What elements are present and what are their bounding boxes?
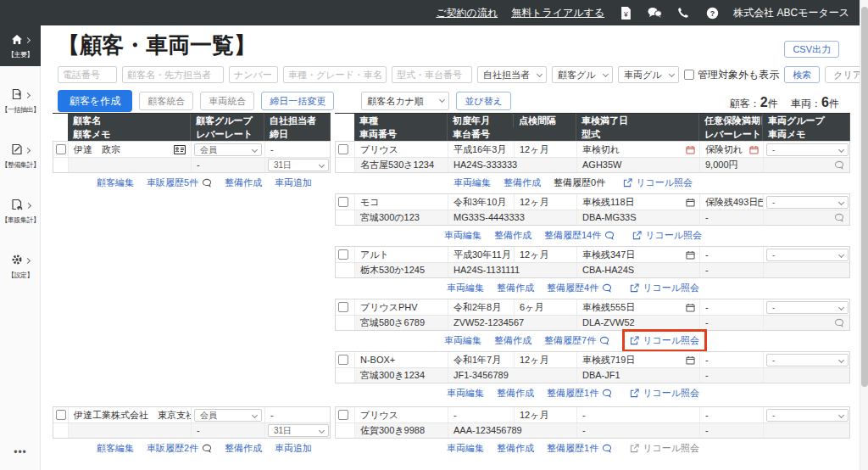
vehicle-checkbox[interactable] — [338, 410, 348, 420]
vehicle-checkbox[interactable] — [338, 144, 348, 154]
recall-inquiry-link[interactable]: リコール照会 — [645, 229, 702, 242]
search-button[interactable]: 検索 — [784, 66, 820, 83]
create-customer-button[interactable]: 顧客を作成 — [58, 90, 132, 112]
sidebar-item-sales-summary[interactable]: 【車販集計】 — [0, 191, 41, 232]
invoice-icon[interactable]: ¥ — [618, 5, 633, 20]
maintenance-history-link[interactable]: 整備履歴14件 — [544, 229, 601, 242]
closing-day-select[interactable]: 31日 — [268, 159, 329, 171]
vehicle-edit-link[interactable]: 車両編集 — [444, 334, 481, 347]
maintenance-history-link[interactable]: 整備履歴4件 — [547, 282, 598, 294]
scrollbar-thumb[interactable] — [861, 7, 868, 387]
help-icon[interactable]: ? — [704, 5, 720, 20]
calendar-icon[interactable] — [749, 145, 759, 154]
vehicle-memo-bubble-icon[interactable] — [834, 318, 844, 327]
recall-inquiry-link[interactable]: リコール照会 — [643, 282, 699, 294]
sort-order-select[interactable]: 顧客名カナ順 — [361, 92, 449, 110]
comment-bubble-icon[interactable] — [202, 178, 212, 187]
free-trial-link[interactable]: 無料トライアルする — [511, 6, 604, 20]
closing-day-select[interactable]: 31日 — [268, 424, 329, 437]
show-unmanaged-checkbox[interactable]: 管理対象外も表示 — [684, 68, 779, 82]
maintenance-create-link[interactable]: 整備作成 — [225, 442, 262, 455]
comment-bubble-icon[interactable] — [202, 444, 212, 453]
customer-edit-link[interactable]: 顧客編集 — [97, 442, 134, 455]
calendar-icon[interactable] — [686, 145, 695, 154]
model-search-input[interactable] — [283, 66, 387, 83]
maintenance-history-link[interactable]: 整備履歴0件 — [554, 176, 605, 189]
customer-edit-link[interactable]: 顧客編集 — [97, 176, 134, 189]
recall-inquiry-link[interactable]: リコール照会 — [636, 176, 693, 189]
phone-icon[interactable] — [676, 5, 691, 20]
maintenance-create-link[interactable]: 整備作成 — [497, 282, 534, 294]
plate-number-search-input[interactable] — [229, 66, 278, 83]
calendar-icon[interactable] — [686, 355, 695, 365]
csv-export-button[interactable]: CSV出力 — [784, 41, 839, 58]
comment-bubble-icon[interactable] — [602, 283, 612, 293]
comment-bubble-icon[interactable] — [604, 231, 615, 240]
vehicle-edit-link[interactable]: 車両編集 — [447, 387, 484, 400]
maintenance-create-link[interactable]: 整備作成 — [497, 442, 534, 455]
vehicle-group-row-select[interactable]: - — [766, 301, 849, 314]
contract-flow-link[interactable]: ご契約の流れ — [436, 6, 498, 20]
comment-bubble-icon[interactable] — [602, 444, 612, 453]
vehicle-edit-link[interactable]: 車両編集 — [444, 229, 481, 242]
calendar-icon[interactable] — [686, 250, 695, 260]
chat-icon[interactable] — [647, 5, 662, 20]
recall-inquiry-link[interactable]: リコール照会 — [643, 387, 699, 400]
vehicle-checkbox[interactable] — [338, 355, 348, 365]
type-chassis-search-input[interactable] — [392, 66, 472, 83]
comment-bubble-icon[interactable] — [602, 389, 612, 398]
vehicle-add-link[interactable]: 車両追加 — [275, 176, 312, 189]
vehicle-group-row-select[interactable]: - — [766, 249, 849, 261]
customer-group-select[interactable]: 顧客グル — [552, 66, 613, 83]
sidebar-item-main[interactable]: 【主要】 — [0, 25, 41, 66]
sidebar-item-maintenance-summary[interactable]: 【整備集計】 — [0, 136, 41, 176]
vehicle-group-row-select[interactable]: - — [766, 354, 849, 366]
recall-inquiry-link[interactable]: リコール照会 — [643, 334, 699, 347]
maintenance-history-link[interactable]: 整備履歴7件 — [544, 334, 596, 347]
calendar-icon[interactable] — [686, 198, 695, 207]
sidebar-more-button[interactable]: ••• — [0, 446, 41, 458]
vehicle-group-row-select[interactable]: - — [766, 196, 849, 209]
customer-name-search-input[interactable] — [122, 66, 224, 83]
calendar-icon[interactable] — [758, 198, 764, 207]
page-scrollbar[interactable] — [860, 0, 868, 470]
merge-customers-button[interactable]: 顧客統合 — [139, 92, 193, 110]
vehicle-checkbox[interactable] — [338, 249, 348, 260]
vehicle-edit-link[interactable]: 車両編集 — [453, 176, 491, 189]
maintenance-create-link[interactable]: 整備作成 — [494, 334, 531, 347]
vehicle-group-row-select[interactable]: - — [766, 409, 849, 422]
sales-history-link[interactable]: 車販履歴5件 — [147, 176, 198, 189]
vehicle-group-select[interactable]: 車両グル — [618, 66, 679, 83]
vehicle-edit-link[interactable]: 車両編集 — [447, 442, 484, 455]
staff-select[interactable]: 自社担当者 — [477, 66, 547, 83]
customer-group-row-select[interactable]: 会員 — [194, 143, 262, 156]
calendar-icon[interactable] — [686, 303, 695, 312]
vehicle-checkbox[interactable] — [338, 197, 348, 207]
sidebar-item-settings[interactable]: 【設定】 — [0, 246, 41, 287]
customer-checkbox[interactable] — [56, 410, 66, 420]
vehicle-add-link[interactable]: 車両追加 — [275, 442, 312, 455]
sidebar-item-bulk-extract[interactable]: 【一括抽出】 — [0, 81, 41, 121]
vehicle-checkbox[interactable] — [338, 302, 348, 312]
vehicle-memo-bubble-icon[interactable] — [834, 213, 844, 222]
closing-day-bulk-change-button[interactable]: 締日一括変更 — [261, 92, 334, 110]
maintenance-create-link[interactable]: 整備作成 — [497, 387, 534, 400]
vehicle-plate-number: 佐賀300き9988 — [355, 423, 448, 438]
maintenance-create-link[interactable]: 整備作成 — [225, 176, 262, 189]
maintenance-history-link[interactable]: 整備履歴1件 — [547, 442, 598, 455]
recall-inquiry-link[interactable]: リコール照会 — [643, 442, 699, 455]
comment-bubble-icon[interactable] — [599, 336, 609, 345]
vehicle-edit-link[interactable]: 車両編集 — [447, 282, 484, 294]
customer-group-row-select[interactable]: 会員 — [194, 409, 262, 422]
maintenance-history-link[interactable]: 整備履歴1件 — [547, 387, 598, 400]
maintenance-create-link[interactable]: 整備作成 — [504, 176, 541, 189]
sales-history-link[interactable]: 車販履歴2件 — [147, 442, 198, 455]
sort-button[interactable]: 並び替え — [456, 92, 511, 110]
customer-checkbox[interactable] — [56, 144, 66, 154]
phone-search-input[interactable] — [58, 66, 117, 83]
maintenance-create-link[interactable]: 整備作成 — [494, 229, 531, 242]
vehicle-group-row-select[interactable]: - — [766, 143, 849, 156]
vehicle-memo-bubble-icon[interactable] — [834, 160, 844, 170]
id-card-icon[interactable] — [174, 145, 186, 154]
merge-vehicles-button[interactable]: 車両統合 — [200, 92, 254, 110]
